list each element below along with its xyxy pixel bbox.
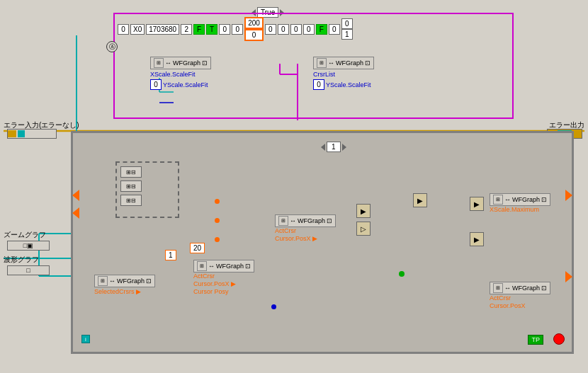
right-triangles: ▶ ▶	[470, 197, 484, 246]
loop-arrow-right2	[565, 271, 572, 282]
wf-sel-icon: ⊞	[98, 276, 108, 286]
icon-stack: ⊞⊟ ⊞⊟ ⊞⊟	[120, 166, 142, 206]
marker-a: Ⓐ	[106, 41, 118, 52]
yscale-input2[interactable]: 0	[313, 79, 324, 90]
wf-central: ⊞ ↔ WFGraph ⊡ ActCrsr Cursor.PosX ▶	[275, 214, 367, 242]
wf-actcrsr-left: ⊞ ↔ WFGraph ⊡ ActCrsr Cursor.PosX ▶ Curs…	[193, 260, 254, 295]
wf-actcrsr-right: ⊞ ↔ WFGraph ⊡ ActCrsr Cursor.PosX	[490, 282, 550, 309]
zoom-graph-connector[interactable]: □▣	[7, 241, 50, 251]
yscale-fit-label: YScale.ScaleFit	[163, 81, 208, 88]
compare-node2: ▷	[356, 222, 371, 236]
wf-cen-icon: ⊞	[278, 216, 288, 226]
main-dd-arrow-right	[342, 144, 346, 151]
wfgraph-left-label[interactable]: ⊞ ↔ WFGraph ⊡	[150, 57, 211, 69]
actcrsr-right: ActCrsr	[490, 294, 550, 302]
wf-selected-crsrs: ⊞ ↔ WFGraph ⊡ SelectedCrsrs ▶	[94, 275, 155, 295]
wf-actcrsr-right-label[interactable]: ⊞ ↔ WFGraph ⊡	[490, 282, 550, 294]
wfgraph-right-label[interactable]: ⊞ ↔ WFGraph ⊡	[313, 57, 374, 69]
wave-graph-connector[interactable]: □	[7, 265, 50, 275]
indicator-row: 0 X0 1703680 2 F T 0 0 200 0 0 0 0 0 F 0…	[118, 17, 353, 41]
stop-button[interactable]	[553, 333, 565, 345]
ind-01-group: 0 1	[341, 18, 353, 40]
tp-indicator[interactable]: TP	[528, 335, 543, 345]
compare-right1: ▶	[413, 193, 427, 207]
ind-f2[interactable]: F	[316, 24, 327, 35]
tri-node1: ▶	[470, 197, 484, 211]
loop-arrow-left-mid	[72, 207, 79, 219]
wf-xs-icon: ⊞	[493, 195, 503, 205]
bottom-left-indicator: i	[80, 333, 91, 345]
cursorposx-right: Cursor.PosX	[490, 302, 550, 309]
cursor-posy-label: Cursor Posy	[193, 288, 254, 295]
actcrsr-label: ActCrsr	[193, 272, 254, 280]
wf-act-icon: ⊞	[197, 261, 207, 271]
ind-0i[interactable]: 0	[341, 18, 353, 29]
cursorposx-central: Cursor.PosX ▶	[275, 235, 367, 242]
selected-crsrs-label: SelectedCrsrs ▶	[94, 288, 155, 295]
zoom-graph-label: ズームグラフ	[4, 230, 46, 240]
wf-selected-label[interactable]: ⊞ ↔ WFGraph ⊡	[94, 275, 155, 287]
ind-0h[interactable]: 0	[329, 24, 340, 35]
orange-dot1	[215, 199, 220, 204]
yscale-row: 0 YScale.ScaleFit	[150, 79, 211, 90]
wf-central-label[interactable]: ⊞ ↔ WFGraph ⊡	[275, 214, 336, 227]
wfgraph-left-text: WFGraph	[173, 59, 200, 67]
main-dropdown[interactable]: 1	[321, 142, 346, 152]
wave-graph-label: 波形グラフ	[4, 255, 39, 265]
icon3: ⊞⊟	[120, 195, 142, 206]
yscale-fit-label2: YScale.ScaleFit	[326, 81, 371, 88]
ind-s-group: 0	[290, 24, 302, 35]
loop-arrow-left-top	[72, 190, 79, 201]
ind-0c[interactable]: 0	[232, 24, 243, 35]
ind-x0[interactable]: X0	[130, 24, 145, 35]
main-canvas: True 0 X0 1703680 2 F T 0 0 200 0 0 0 0 …	[0, 0, 588, 373]
ind-0d[interactable]: 0	[265, 24, 276, 35]
wf-xscale-label[interactable]: ⊞ ↔ WFGraph ⊡	[490, 193, 550, 206]
main-subvi: 1 ⊞⊟ ⊞⊟ ⊞⊟ 20 1 ⊞ ↔ WFGraph ⊡ SelectedCr…	[71, 131, 574, 354]
orange-dot3	[215, 237, 220, 242]
compare-right: ▶	[413, 193, 427, 207]
orange-dot2	[215, 218, 220, 223]
cursor-posx-label: Cursor.PosX ▶	[193, 280, 254, 287]
main-dd-arrow-left	[321, 144, 325, 151]
ind-200b[interactable]: 0	[244, 29, 264, 41]
xscale-fit: XScale.ScaleFit	[150, 71, 211, 78]
wfgraph-right-text: WFGraph	[336, 59, 363, 67]
ind-0b[interactable]: 0	[219, 24, 230, 35]
num-1-box[interactable]: 1	[165, 250, 176, 260]
ind-200[interactable]: 200	[244, 17, 264, 29]
icon2: ⊞⊟	[120, 180, 142, 192]
wf-actcrsr-label[interactable]: ⊞ ↔ WFGraph ⊡	[193, 260, 254, 272]
wf-icon-right: ⊞	[317, 58, 327, 68]
compare-nodes: ▶ ▷	[356, 204, 371, 236]
num-20-box[interactable]: 20	[190, 243, 205, 253]
ind-0[interactable]: 0	[118, 24, 129, 35]
ind-0f[interactable]: 0	[290, 24, 302, 35]
wf-icon-left: ⊞	[154, 58, 164, 68]
wfgraph-right: ⊞ ↔ WFGraph ⊡ CrsrList 0 YScale.ScaleFit	[313, 57, 374, 90]
arrow-icon3: ↔	[328, 59, 334, 67]
wfgraph-left: ⊞ ↔ WFGraph ⊡ XScale.ScaleFit 0 YScale.S…	[150, 57, 211, 90]
main-dd-value[interactable]: 1	[327, 142, 341, 152]
ind-1[interactable]: 1	[341, 29, 353, 40]
icon1: ⊞⊟	[120, 166, 142, 178]
yscale-row2: 0 YScale.ScaleFit	[313, 79, 374, 90]
ind-2[interactable]: 2	[181, 24, 192, 35]
xscale-max-label: XScale.Maximum	[490, 206, 550, 213]
ind-f[interactable]: F	[193, 24, 205, 35]
blue-dot1	[271, 304, 276, 309]
crsrlist-label: CrsrList	[313, 71, 374, 78]
inner-dashed-box: ⊞⊟ ⊞⊟ ⊞⊟	[115, 161, 179, 218]
ind-t[interactable]: T	[206, 24, 217, 35]
tri-node2: ▶	[470, 232, 484, 246]
wf-xscale-max: ⊞ ↔ WFGraph ⊡ XScale.Maximum	[490, 193, 550, 213]
arrow-icon4: ⊡	[365, 59, 371, 67]
ind-0e[interactable]: 0	[278, 24, 289, 35]
error-in-connector[interactable]	[7, 129, 57, 139]
ind-0g[interactable]: 0	[303, 24, 315, 35]
actcrsr-central: ActCrsr	[275, 227, 367, 234]
yscale-input[interactable]: 0	[150, 79, 162, 90]
arrow-icon: ↔	[165, 59, 171, 67]
ind-1703680[interactable]: 1703680	[146, 24, 179, 35]
green-dot1	[399, 271, 405, 277]
